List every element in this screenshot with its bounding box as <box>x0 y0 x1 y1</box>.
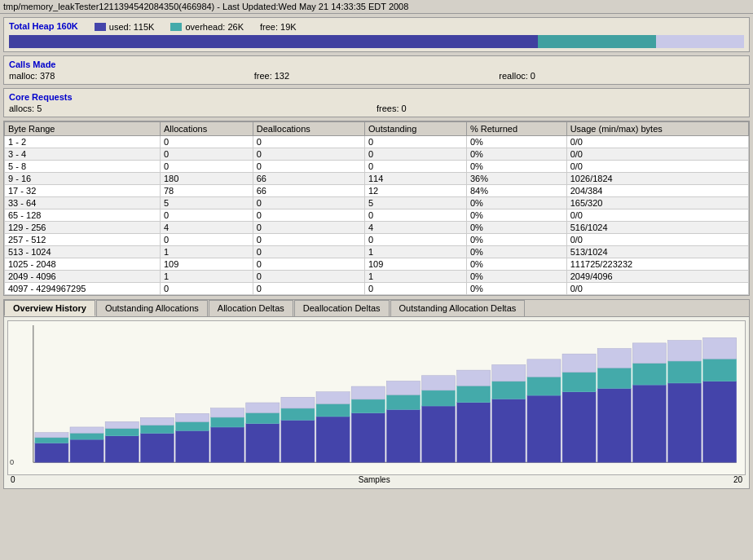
table-cell: 0 <box>253 161 364 173</box>
table-cell: 4 <box>365 222 467 234</box>
tab-allocation-deltas[interactable]: Allocation Deltas <box>209 300 293 316</box>
chart-svg: 0 <box>8 321 745 474</box>
table-cell: 0/0 <box>566 234 748 246</box>
table-cell: 0 <box>365 136 467 148</box>
svg-rect-51 <box>597 388 631 462</box>
table-row: 17 - 3278661284%204/384 <box>5 185 749 197</box>
table-cell: 0 <box>161 209 253 222</box>
table-cell: 0% <box>466 283 566 295</box>
svg-rect-12 <box>140 434 174 463</box>
svg-rect-42 <box>492 399 526 462</box>
table-cell: 513/1024 <box>566 246 748 258</box>
table-cell: 0% <box>466 197 566 209</box>
col-byte-range: Byte Range <box>5 122 161 136</box>
table-cell: 3 - 4 <box>5 148 161 161</box>
svg-rect-46 <box>527 377 561 395</box>
tab-deallocation-deltas[interactable]: Deallocation Deltas <box>294 300 390 316</box>
table-cell: 2049 - 4096 <box>5 271 161 283</box>
table-cell: 0/0 <box>566 209 748 222</box>
table-cell: 78 <box>161 185 253 197</box>
heap-overhead-bar <box>538 35 655 48</box>
svg-rect-38 <box>421 376 455 390</box>
table-cell: 0 <box>253 234 364 246</box>
title-text: tmp/memory_leakTester1211394542084350(46… <box>3 2 408 11</box>
svg-rect-52 <box>597 368 631 388</box>
svg-rect-62 <box>703 337 737 359</box>
table-cell: 0 <box>253 246 364 258</box>
tab-outstanding-allocation-deltas[interactable]: Outstanding Allocation Deltas <box>390 300 526 316</box>
svg-rect-21 <box>246 424 280 463</box>
svg-rect-44 <box>492 364 526 381</box>
heap-used-bar <box>9 35 538 48</box>
table-cell: 516/1024 <box>566 222 748 234</box>
svg-rect-45 <box>527 395 561 462</box>
svg-rect-43 <box>492 381 526 399</box>
table-row: 513 - 10241010%513/1024 <box>5 246 749 258</box>
x-max: 20 <box>733 475 742 484</box>
table-cell: 1025 - 2048 <box>5 258 161 271</box>
svg-rect-11 <box>105 421 139 428</box>
chart-axis: 0 Samples 20 <box>7 475 746 484</box>
table-cell: 165/320 <box>566 197 748 209</box>
table-cell: 0/0 <box>566 283 748 295</box>
svg-rect-7 <box>70 433 103 439</box>
svg-rect-6 <box>70 439 103 462</box>
table-cell: 180 <box>161 173 253 185</box>
svg-rect-34 <box>386 395 420 409</box>
table-cell: 0 <box>253 283 364 295</box>
table-cell: 5 - 8 <box>5 161 161 173</box>
table-cell: 1 - 2 <box>5 136 161 148</box>
svg-rect-19 <box>211 417 244 427</box>
table-row: 3 - 40000%0/0 <box>5 148 749 161</box>
table-cell: 0 <box>161 136 253 148</box>
calls-row: malloc: 378 free: 132 realloc: 0 <box>9 71 744 81</box>
table-cell: 114 <box>365 173 467 185</box>
calls-title: Calls Made <box>9 60 744 69</box>
svg-rect-25 <box>281 408 315 420</box>
table-cell: 17 - 32 <box>5 185 161 197</box>
svg-rect-30 <box>351 413 385 463</box>
table-cell: 0 <box>253 222 364 234</box>
svg-rect-41 <box>457 370 491 386</box>
table-cell: 84% <box>466 185 566 197</box>
table-cell: 36% <box>466 173 566 185</box>
table-cell: 111725/223232 <box>566 258 748 271</box>
svg-rect-57 <box>667 383 701 462</box>
svg-rect-59 <box>667 341 701 361</box>
malloc-label: malloc: 378 <box>9 71 55 81</box>
table-row: 4097 - 42949672950000%0/0 <box>5 283 749 295</box>
free-legend: free: 19K <box>260 22 297 32</box>
col-allocations: Allocations <box>161 122 253 136</box>
table-cell: 5 <box>161 197 253 209</box>
table-cell: 0 <box>365 148 467 161</box>
table-cell: 0 <box>253 148 364 161</box>
heap-bar <box>9 35 744 48</box>
allocs-cell: allocs: 5 <box>9 104 376 113</box>
table-cell: 5 <box>365 197 467 209</box>
table-cell: 1 <box>161 246 253 258</box>
tab-outstanding-allocations[interactable]: Outstanding Allocations <box>96 300 208 316</box>
table-row: 1025 - 204810901090%111725/223232 <box>5 258 749 271</box>
svg-rect-58 <box>667 361 701 383</box>
table-cell: 0/0 <box>566 161 748 173</box>
svg-rect-37 <box>421 390 455 406</box>
table-cell: 4097 - 4294967295 <box>5 283 161 295</box>
col-pct-returned: % Returned <box>466 122 566 136</box>
used-legend: used: 115K <box>95 22 155 32</box>
svg-rect-18 <box>211 427 244 462</box>
free-cell: free: 132 <box>254 71 500 81</box>
frees-cell: frees: 0 <box>376 104 744 113</box>
overhead-legend: overhead: 26K <box>170 22 244 32</box>
table-cell: 0/0 <box>566 148 748 161</box>
table-row: 33 - 645050%165/320 <box>5 197 749 209</box>
tab-overview-history[interactable]: Overview History <box>4 300 95 316</box>
table-row: 129 - 2564040%516/1024 <box>5 222 749 234</box>
x-min: 0 <box>11 475 15 484</box>
table-cell: 257 - 512 <box>5 234 161 246</box>
realloc-label: realloc: 0 <box>499 71 535 81</box>
table-cell: 0 <box>253 197 364 209</box>
svg-rect-55 <box>632 364 666 385</box>
title-bar: tmp/memory_leakTester1211394542084350(46… <box>0 0 753 14</box>
table-cell: 0% <box>466 222 566 234</box>
svg-rect-4 <box>35 438 68 443</box>
